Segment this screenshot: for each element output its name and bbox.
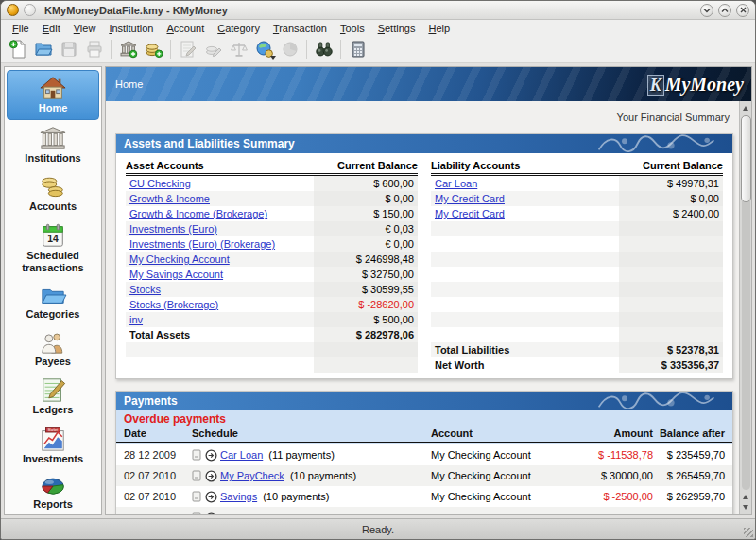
- account-link[interactable]: Growth & Income (Brokerage): [129, 208, 267, 219]
- enter-schedule-button[interactable]: [205, 449, 217, 462]
- toolbar-separator: [111, 40, 112, 59]
- sidebar-item-payees[interactable]: Payees: [7, 326, 99, 373]
- account-balance: [619, 297, 723, 312]
- find-transaction-button[interactable]: [311, 37, 336, 61]
- edit-ledger-button[interactable]: [175, 37, 200, 61]
- menu-category[interactable]: Category: [212, 22, 266, 35]
- skip-schedule-button[interactable]: [192, 491, 202, 502]
- calculator-icon: [349, 40, 368, 59]
- account-link[interactable]: Stocks (Brokerage): [129, 299, 218, 310]
- reports-button[interactable]: [277, 37, 302, 61]
- account-balance: $ 246998,48: [314, 252, 418, 267]
- menu-settings[interactable]: Settings: [372, 22, 421, 35]
- scroll-up-button-bottom[interactable]: [741, 492, 751, 502]
- triangle-up-icon: [743, 495, 748, 499]
- coins-icon: [39, 173, 67, 200]
- enter-schedule-button[interactable]: [205, 512, 217, 515]
- account-link[interactable]: CU Checking: [129, 178, 191, 189]
- menu-help[interactable]: Help: [422, 22, 455, 35]
- scrollbar-thumb[interactable]: [741, 115, 751, 202]
- new-file-button[interactable]: [5, 37, 30, 61]
- maximize-button[interactable]: [718, 4, 731, 17]
- sidebar-item-institutions[interactable]: Institutions: [7, 121, 99, 169]
- menu-tools[interactable]: Tools: [335, 22, 370, 35]
- payment-account: My Checking Account: [431, 512, 573, 514]
- account-row: My Credit Card$ 2400,00: [431, 206, 723, 221]
- menu-file[interactable]: File: [7, 22, 35, 35]
- account-row: [431, 312, 723, 327]
- new-account-button[interactable]: [141, 37, 166, 61]
- account-row: Investments (Euro) (Brokerage)€ 0,00: [126, 236, 418, 252]
- overdue-payments-label: Overdue payments: [124, 412, 725, 427]
- schedule-link[interactable]: My Phone Bill: [220, 512, 284, 514]
- close-button[interactable]: [736, 4, 749, 17]
- open-file-button[interactable]: [30, 37, 56, 61]
- account-link[interactable]: Investments (Euro): [129, 223, 217, 235]
- scroll-up-button[interactable]: [741, 103, 751, 113]
- new-institution-button[interactable]: [115, 37, 141, 61]
- account-balance: € 0,00: [314, 236, 418, 252]
- sidebar-item-label: Investments: [23, 453, 83, 465]
- sidebar-item-label: Scheduled transactions: [9, 250, 97, 273]
- account-balance: [619, 252, 723, 267]
- minimize-button[interactable]: [700, 4, 713, 17]
- sidebar-item-reports[interactable]: Reports: [7, 471, 99, 515]
- assets-section-title: Assets and Liabilities Summary: [124, 137, 295, 150]
- sidebar-item-home[interactable]: Home: [7, 70, 99, 120]
- calculator-button[interactable]: [345, 37, 370, 61]
- menu-account[interactable]: Account: [161, 22, 210, 35]
- home-page: Your Financial Summary Assets and Liabil…: [106, 101, 739, 514]
- dropdown-arrow-icon: [270, 56, 276, 60]
- account-link[interactable]: My Credit Card: [435, 208, 505, 219]
- account-link[interactable]: Stocks: [129, 284, 161, 295]
- window-menu-button[interactable]: [24, 4, 36, 16]
- sidebar-item-investments[interactable]: Market Investments: [7, 422, 99, 470]
- account-link[interactable]: Investments (Euro) (Brokerage): [129, 238, 275, 250]
- menu-edit[interactable]: Edit: [37, 22, 66, 35]
- account-link[interactable]: Car Loan: [435, 178, 477, 189]
- table-header-row: Asset AccountsCurrent Balance: [126, 157, 418, 176]
- schedule-link[interactable]: My PayCheck: [220, 470, 284, 481]
- sidebar-item-accounts[interactable]: Accounts: [7, 169, 99, 218]
- account-row: My Savings Account$ 32750,00: [126, 267, 418, 282]
- sidebar-item-categories[interactable]: Categories: [7, 279, 99, 325]
- skip-schedule-button[interactable]: [192, 449, 202, 461]
- print-button[interactable]: [81, 37, 107, 61]
- schedule-link[interactable]: Car Loan: [220, 449, 263, 461]
- payment-row: 02 07 2010Savings (10 payments)My Checki…: [116, 486, 732, 507]
- account-balance: [619, 221, 723, 236]
- resize-grip[interactable]: [744, 528, 753, 537]
- scrollbar-track[interactable]: [742, 115, 750, 490]
- payment-balance-after: $ 235459,70: [653, 449, 725, 461]
- edit-transactions-button[interactable]: [200, 37, 226, 61]
- account-link[interactable]: Growth & Income: [129, 193, 210, 204]
- sidebar-item-ledgers[interactable]: Ledgers: [7, 373, 99, 421]
- skip-schedule-icon: [192, 491, 202, 502]
- enter-schedule-button[interactable]: [205, 470, 217, 482]
- content-scrollbar[interactable]: [739, 101, 751, 514]
- scroll-down-button[interactable]: [741, 502, 751, 513]
- skip-schedule-button[interactable]: [192, 512, 202, 514]
- sidebar-item-scheduled-transactions[interactable]: 14 Scheduled transactions: [7, 218, 99, 278]
- schedule-link[interactable]: Savings: [220, 491, 257, 502]
- menu-transaction[interactable]: Transaction: [267, 22, 333, 35]
- payments-count: (11 payments): [266, 449, 335, 461]
- reconcile-button[interactable]: [226, 37, 251, 61]
- skip-schedule-button[interactable]: [192, 470, 202, 481]
- enter-schedule-button[interactable]: [205, 491, 217, 503]
- update-prices-button[interactable]: [251, 37, 277, 61]
- home-icon: [39, 75, 67, 101]
- menu-view[interactable]: View: [68, 22, 102, 35]
- triangle-up-icon: [743, 106, 748, 111]
- account-link[interactable]: inv: [129, 314, 143, 325]
- account-link[interactable]: My Savings Account: [129, 269, 223, 280]
- account-balance: $ 0,00: [314, 191, 418, 206]
- account-row: Total Assets$ 282978,06: [126, 327, 418, 342]
- account-link[interactable]: My Credit Card: [435, 193, 505, 204]
- account-row: Total Liabilities$ 52378,31: [431, 342, 723, 357]
- save-file-button[interactable]: [56, 37, 81, 61]
- payments-rows: 28 12 2009Car Loan (11 payments)My Check…: [116, 444, 732, 514]
- menu-institution[interactable]: Institution: [103, 22, 159, 35]
- account-balance: [619, 236, 723, 252]
- account-link[interactable]: My Checking Account: [129, 253, 230, 265]
